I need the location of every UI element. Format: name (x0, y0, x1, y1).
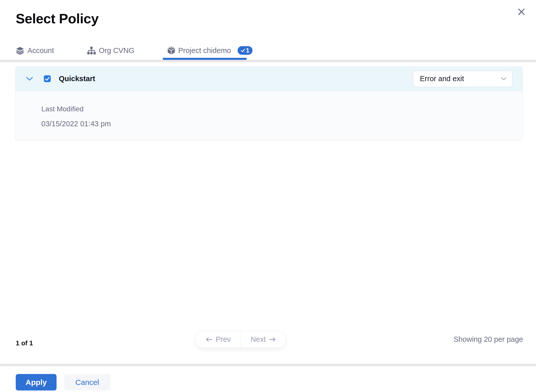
select-policy-modal: Select Policy Account (0, 0, 536, 392)
apply-button[interactable]: Apply (16, 374, 57, 390)
layers-icon (16, 47, 24, 55)
page-title: Select Policy (16, 11, 99, 26)
policy-checkbox[interactable] (44, 75, 51, 82)
next-button[interactable]: Next (241, 331, 286, 348)
close-icon (517, 8, 525, 16)
cube-icon (167, 46, 175, 55)
scope-tabs: Account Org CVNG (16, 43, 285, 58)
badge-count: 1 (246, 47, 249, 54)
badge-check-icon (241, 49, 245, 52)
tab-project-chidemo[interactable]: Project chidemo 1 (167, 46, 253, 55)
policy-details: Last Modified 03/15/2022 01:43 pm (15, 91, 523, 128)
prev-label: Prev (216, 335, 231, 344)
row-expander-button[interactable] (26, 77, 33, 81)
arrow-right-icon (269, 337, 276, 342)
policy-row[interactable]: Quickstart Error and exit (15, 67, 523, 91)
policy-action-select[interactable]: Error and exit (413, 71, 512, 87)
selected-count-badge: 1 (238, 46, 253, 55)
org-chart-icon (87, 46, 96, 55)
tab-org-label: Org CVNG (99, 46, 134, 55)
policy-card-quickstart: Quickstart Error and exit Last Modified … (15, 66, 523, 140)
select-chevron-down-icon (501, 77, 507, 80)
chevron-down-icon (26, 77, 33, 81)
prev-button[interactable]: Prev (196, 331, 241, 348)
pager: Prev Next (195, 331, 286, 348)
page-indicator: 1 of 1 (16, 339, 33, 347)
checkbox-check-icon (45, 77, 50, 81)
next-label: Next (251, 335, 266, 344)
tab-account-label: Account (27, 46, 54, 55)
tab-org-cvng[interactable]: Org CVNG (87, 46, 134, 55)
close-button[interactable] (516, 7, 526, 17)
arrow-left-icon (206, 337, 212, 342)
footer-divider (0, 364, 536, 366)
policy-name: Quickstart (59, 75, 95, 83)
tab-project-label: Project chidemo (178, 46, 231, 55)
tabs-divider (0, 60, 536, 62)
last-modified-label: Last Modified (41, 105, 523, 113)
last-modified-value: 03/15/2022 01:43 pm (41, 120, 523, 128)
cancel-button[interactable]: Cancel (64, 374, 110, 390)
policy-action-value: Error and exit (420, 75, 501, 83)
tab-account[interactable]: Account (16, 46, 54, 55)
per-page-text: Showing 20 per page (454, 335, 523, 344)
active-tab-indicator (163, 58, 247, 60)
